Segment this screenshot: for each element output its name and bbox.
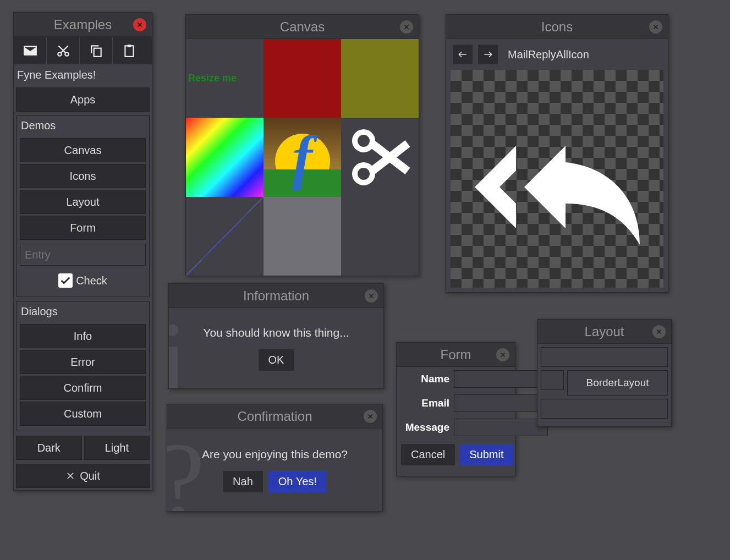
cut-icon[interactable] bbox=[47, 37, 80, 64]
demos-group: Demos Canvas Icons Layout Form Check bbox=[16, 116, 150, 297]
close-icon[interactable] bbox=[364, 410, 377, 423]
resize-me-label: Resize me bbox=[186, 39, 264, 118]
quit-button[interactable]: Quit bbox=[16, 464, 150, 488]
information-titlebar[interactable]: Information bbox=[169, 284, 383, 308]
diagonal-line bbox=[186, 197, 264, 276]
demo-button-icons[interactable]: Icons bbox=[20, 164, 146, 188]
information-dialog: Information i You should know this thing… bbox=[168, 283, 384, 389]
check-checkbox[interactable] bbox=[58, 273, 73, 288]
olive-rectangle bbox=[341, 39, 419, 118]
confirmation-message: Are you enjoying this demo? bbox=[202, 448, 348, 461]
rainbow-gradient bbox=[186, 118, 264, 196]
close-icon bbox=[65, 471, 75, 481]
entry-field[interactable] bbox=[20, 244, 146, 266]
prev-icon-button[interactable] bbox=[453, 45, 473, 64]
name-label: Name bbox=[401, 373, 449, 385]
name-field[interactable] bbox=[454, 370, 548, 388]
form-window: Form Name Email Message Cancel Submit bbox=[396, 342, 515, 476]
dialogs-group-title: Dialogs bbox=[18, 302, 148, 322]
icons-window: Icons MailReplyAllIcon bbox=[446, 14, 668, 293]
question-glyph-icon: ? bbox=[167, 429, 205, 511]
email-field[interactable] bbox=[454, 394, 548, 412]
dialog-button-custom[interactable]: Custom bbox=[20, 402, 146, 426]
svg-rect-4 bbox=[125, 46, 133, 57]
gray-rectangle bbox=[264, 197, 341, 276]
no-button[interactable]: Nah bbox=[223, 471, 263, 492]
arrow-right-icon bbox=[482, 49, 493, 60]
icon-nav: MailReplyAllIcon bbox=[446, 39, 668, 70]
demo-button-form[interactable]: Form bbox=[20, 216, 146, 240]
layout-center-box: BorderLayout bbox=[567, 370, 668, 396]
close-icon[interactable] bbox=[365, 289, 378, 303]
dialog-button-error[interactable]: Error bbox=[20, 350, 146, 374]
layout-bottom-box bbox=[541, 399, 668, 419]
confirmation-title: Confirmation bbox=[237, 409, 312, 424]
information-title: Information bbox=[243, 288, 309, 304]
message-field[interactable] bbox=[454, 419, 548, 436]
mail-reply-all-icon bbox=[458, 80, 656, 278]
mail-icon[interactable] bbox=[14, 37, 47, 64]
layout-left-box bbox=[541, 370, 564, 390]
svg-rect-5 bbox=[128, 45, 131, 47]
dialogs-group: Dialogs Info Error Confirm Custom bbox=[16, 301, 150, 431]
layout-window: Layout BorderLayout bbox=[537, 319, 672, 427]
theme-dark-button[interactable]: Dark bbox=[16, 436, 82, 460]
info-glyph-icon: i bbox=[169, 308, 189, 388]
toolbar bbox=[14, 37, 152, 64]
examples-title: Examples bbox=[54, 17, 112, 32]
close-icon[interactable] bbox=[649, 20, 662, 34]
yes-button[interactable]: Oh Yes! bbox=[268, 471, 327, 492]
ok-button[interactable]: OK bbox=[259, 349, 294, 371]
demo-button-layout[interactable]: Layout bbox=[20, 190, 146, 214]
information-message: You should know this thing... bbox=[203, 326, 349, 339]
icons-title: Icons bbox=[541, 19, 573, 35]
canvas-grid: Resize me f bbox=[186, 39, 419, 276]
copy-icon[interactable] bbox=[80, 37, 113, 64]
confirmation-titlebar[interactable]: Confirmation bbox=[167, 404, 382, 429]
close-icon[interactable] bbox=[652, 325, 666, 338]
examples-window: Examples Fyne Examples! Apps Demos Canva… bbox=[13, 12, 152, 491]
check-label: Check bbox=[76, 274, 107, 287]
icons-titlebar[interactable]: Icons bbox=[446, 15, 668, 39]
submit-button[interactable]: Submit bbox=[459, 444, 513, 465]
icon-name-label: MailReplyAllIcon bbox=[508, 48, 589, 61]
canvas-title: Canvas bbox=[280, 19, 325, 35]
canvas-titlebar[interactable]: Canvas bbox=[186, 15, 419, 39]
form-titlebar[interactable]: Form bbox=[397, 343, 515, 367]
empty-cell bbox=[341, 197, 419, 276]
layout-top-box bbox=[541, 347, 668, 367]
close-icon[interactable] bbox=[496, 348, 509, 361]
demo-button-canvas[interactable]: Canvas bbox=[20, 138, 146, 162]
canvas-window: Canvas Resize me f bbox=[185, 14, 419, 276]
dialog-button-info[interactable]: Info bbox=[20, 324, 146, 348]
message-label: Message bbox=[401, 421, 449, 433]
theme-light-button[interactable]: Light bbox=[84, 436, 150, 460]
apps-button[interactable]: Apps bbox=[16, 87, 150, 112]
red-rectangle bbox=[264, 39, 341, 118]
cancel-button[interactable]: Cancel bbox=[401, 444, 455, 465]
fyne-logo-image: f bbox=[264, 118, 341, 196]
cut-icon bbox=[341, 118, 419, 196]
heading: Fyne Examples! bbox=[14, 64, 152, 86]
layout-title: Layout bbox=[584, 324, 624, 339]
svg-rect-3 bbox=[94, 48, 101, 57]
confirmation-dialog: Confirmation ? Are you enjoying this dem… bbox=[167, 404, 383, 512]
layout-titlebar[interactable]: Layout bbox=[537, 320, 671, 344]
demos-group-title: Demos bbox=[18, 116, 148, 136]
icon-preview bbox=[451, 70, 663, 288]
next-icon-button[interactable] bbox=[478, 45, 498, 64]
arrow-left-icon bbox=[457, 49, 468, 60]
email-label: Email bbox=[401, 397, 449, 409]
quit-label: Quit bbox=[80, 470, 100, 482]
close-icon[interactable] bbox=[400, 20, 413, 34]
close-icon[interactable] bbox=[133, 18, 146, 31]
paste-icon[interactable] bbox=[113, 37, 146, 64]
examples-titlebar[interactable]: Examples bbox=[14, 13, 152, 37]
dialog-button-confirm[interactable]: Confirm bbox=[20, 376, 146, 400]
form-title: Form bbox=[441, 347, 471, 363]
